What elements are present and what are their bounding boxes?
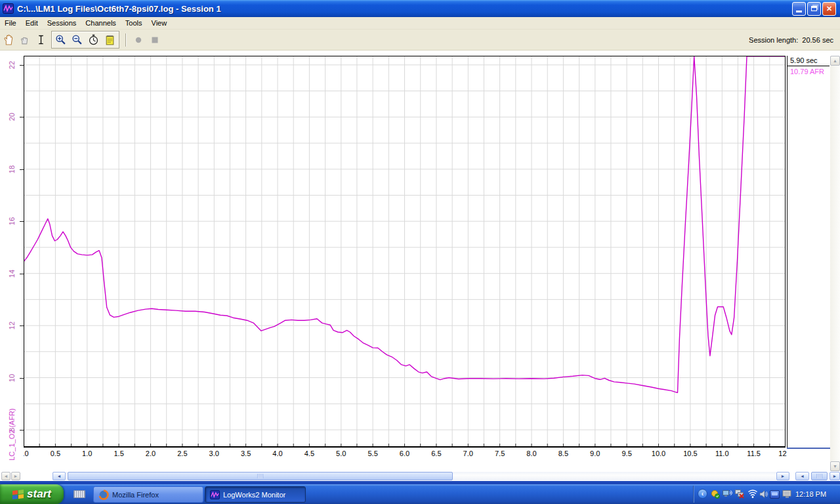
x-tick-label: 0.0	[24, 450, 33, 457]
grab-hand-icon	[19, 34, 30, 45]
panel-scroll-right-button[interactable]: ►	[830, 472, 840, 480]
hscroll-thumb[interactable]	[68, 472, 453, 480]
session-prev-button[interactable]: ◄	[1, 472, 10, 480]
toolbar-separator	[125, 33, 126, 47]
chevron-left-icon: ◄	[800, 474, 805, 478]
notepad-icon	[104, 34, 116, 45]
y-axis-channel-label: LC_1_O2 (AFR)	[8, 398, 17, 471]
zoom-out-icon	[72, 34, 83, 45]
x-tick-label: 10.0	[649, 450, 669, 457]
window-titlebar[interactable]: C:\...\LM1 Log Files\Oct6th7-8psi07.log …	[0, 0, 840, 17]
x-tick-label: 4.0	[268, 450, 287, 457]
stopwatch-button[interactable]	[86, 32, 101, 48]
minimize-button[interactable]	[792, 2, 806, 16]
x-tick-label: 0.5	[45, 450, 65, 457]
restore-button[interactable]	[807, 2, 821, 16]
scroll-down-button[interactable]: ▼	[830, 461, 840, 471]
menu-edit[interactable]: Edit	[21, 18, 43, 28]
afr-value-readout: 10.79 AFR	[788, 66, 830, 77]
windows-logo-icon	[12, 490, 24, 499]
thumb-grip-icon	[257, 474, 263, 478]
network-disconnected-icon[interactable]	[735, 490, 744, 499]
x-tick-label: 6.5	[427, 450, 446, 457]
menu-bar: File Edit Sessions Channels Tools View	[0, 17, 840, 30]
vertical-scrollbar[interactable]	[830, 56, 840, 471]
x-tick-label: 5.5	[363, 450, 383, 457]
x-tick-label: 2.5	[173, 450, 192, 457]
x-tick-label: 7.5	[490, 450, 510, 457]
y-axis-tick	[20, 65, 24, 66]
grab-hand-button[interactable]	[17, 32, 32, 48]
chevron-up-icon: ▲	[833, 58, 837, 63]
y-axis-tick	[20, 430, 24, 430]
display-signal-icon[interactable]	[723, 490, 732, 499]
stopwatch-icon	[88, 34, 99, 45]
x-tick-label: 8.5	[553, 450, 573, 457]
quicklaunch-keyboard-icon[interactable]	[74, 490, 85, 498]
panel-scroll-thumb[interactable]	[811, 472, 828, 480]
menu-sessions[interactable]: Sessions	[43, 18, 81, 28]
readout-panel-divider	[787, 448, 830, 449]
tool-mode-group	[51, 31, 119, 49]
menu-channels[interactable]: Channels	[81, 18, 120, 28]
y-axis-tick	[20, 326, 24, 326]
chart-plot-area[interactable]	[24, 56, 786, 448]
y-axis-tick	[20, 378, 24, 379]
cursor-time-readout: 5.90 sec	[788, 56, 830, 66]
scroll-up-button[interactable]: ▲	[830, 56, 840, 66]
display-settings-icon[interactable]	[782, 490, 791, 499]
taskbar: start Mozilla Firefox LogWorks2 Monitor …	[0, 484, 840, 504]
zoom-in-button[interactable]	[53, 32, 68, 48]
pan-hand-button[interactable]	[1, 32, 16, 48]
x-tick-label: 7.0	[458, 450, 478, 457]
ibeam-icon	[36, 34, 46, 45]
ibeam-cursor-button[interactable]	[33, 32, 49, 48]
logworks-app-icon	[210, 490, 220, 499]
task-button-logworks[interactable]: LogWorks2 Monitor	[205, 486, 306, 503]
task-button-label: Mozilla Firefox	[112, 491, 159, 499]
hscroll-left-button[interactable]: ◄	[52, 472, 66, 480]
taskbar-clock: 12:18 PM	[795, 484, 826, 504]
blue-app-tray-icon[interactable]	[770, 490, 780, 499]
wireless-icon[interactable]	[747, 490, 757, 499]
x-tick-label: 12.0	[776, 450, 787, 457]
tray-divider	[693, 486, 694, 503]
chevron-left-icon: ◄	[4, 474, 9, 478]
y-axis-tick	[20, 274, 24, 274]
y-tick-label: 18	[8, 163, 17, 175]
record-icon	[134, 35, 143, 45]
hand-icon	[3, 34, 14, 45]
notes-button[interactable]	[102, 32, 117, 48]
record-button[interactable]	[131, 32, 146, 48]
security-badge-icon[interactable]	[711, 490, 720, 499]
x-tick-label: 5.0	[331, 450, 351, 457]
x-tick-label: 11.5	[744, 450, 764, 457]
zoom-out-button[interactable]	[70, 32, 85, 48]
x-tick-label: 3.0	[204, 450, 224, 457]
close-button[interactable]: ✕	[822, 2, 836, 16]
menu-view[interactable]: View	[147, 18, 172, 28]
x-tick-label: 10.5	[681, 450, 700, 457]
y-tick-label: 22	[8, 59, 17, 71]
task-button-firefox[interactable]: Mozilla Firefox	[93, 486, 203, 503]
panel-scroll-left-button[interactable]: ◄	[795, 472, 809, 480]
y-axis-tick	[20, 117, 24, 117]
hscroll-right-button[interactable]: ►	[776, 472, 789, 480]
logworks-app-icon	[3, 3, 14, 14]
stop-button[interactable]	[147, 32, 162, 48]
chevron-down-icon: ▼	[833, 464, 837, 469]
desktop-screen: C:\...\LM1 Log Files\Oct6th7-8psi07.log …	[0, 0, 840, 504]
chevron-right-icon: ►	[781, 474, 786, 478]
x-tick-label: 8.0	[522, 450, 541, 457]
y-axis-tick	[20, 221, 24, 222]
chevron-right-icon: ►	[833, 474, 837, 478]
session-next-button[interactable]: ►	[11, 472, 20, 480]
volume-icon[interactable]	[759, 490, 768, 499]
menu-tools[interactable]: Tools	[121, 18, 147, 28]
y-tick-label: 16	[8, 215, 17, 227]
start-button[interactable]: start	[0, 484, 64, 504]
zoom-in-icon	[55, 34, 66, 45]
menu-file[interactable]: File	[0, 18, 21, 28]
session-length-value: 20.56 sec	[802, 36, 833, 44]
hide-tray-icons-chevron[interactable]: ‹	[698, 489, 707, 499]
